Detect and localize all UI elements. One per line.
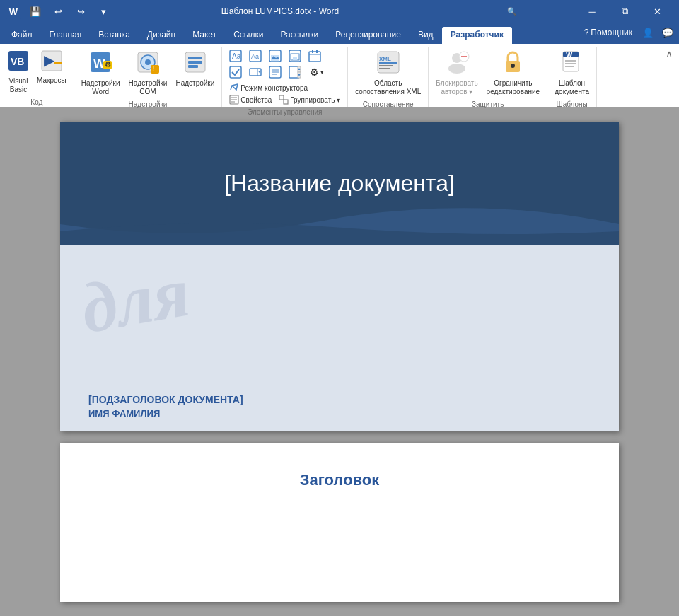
- addins-generic-label: Надстройки: [175, 79, 214, 88]
- tab-insert[interactable]: Вставка: [90, 27, 139, 44]
- restrict-edit-button[interactable]: Ограничитьредактирование: [484, 48, 543, 98]
- title-bar-title: Шаблон LUMPICS.dotx - Word: [112, 6, 448, 16]
- control-combo-button[interactable]: [246, 64, 265, 80]
- svg-rect-4: [54, 62, 62, 64]
- search-button[interactable]: 🔍: [448, 0, 576, 23]
- svg-rect-54: [379, 65, 393, 66]
- tab-design[interactable]: Дизайн: [139, 27, 184, 44]
- content-body: Заголовок: [60, 443, 619, 518]
- svg-rect-27: [293, 57, 297, 60]
- restrict-edit-icon: [500, 50, 526, 78]
- addins-group-label: Надстройки: [79, 99, 218, 110]
- content-heading[interactable]: Заголовок: [103, 471, 576, 489]
- document-area: [Название документа] для [ПОДЗАГОЛОВОК Д…: [0, 107, 679, 616]
- ribbon-group-mapping: XML Областьсопоставления XML Сопоставлен…: [348, 47, 429, 107]
- ribbon-collapse-button[interactable]: ∧: [662, 47, 676, 61]
- doc-title[interactable]: [Название документа]: [196, 170, 483, 197]
- save-qat-button[interactable]: 💾: [27, 3, 44, 20]
- svg-point-11: [145, 59, 151, 65]
- tab-mailings[interactable]: Рассылки: [272, 27, 327, 44]
- svg-rect-65: [565, 60, 576, 62]
- cover-header: [Название документа]: [60, 122, 619, 245]
- control-more-button[interactable]: ⚙▾: [306, 65, 328, 79]
- xml-mapping-icon: XML: [376, 50, 401, 78]
- control-text-button[interactable]: Aa: [226, 48, 245, 64]
- restrict-edit-label: Ограничитьредактирование: [487, 79, 540, 96]
- ribbon-group-code: VB VisualBasic ▶ Макросы Код: [0, 47, 74, 107]
- addins-word-icon: W ⚙: [88, 50, 113, 78]
- svg-rect-50: [284, 100, 288, 104]
- ribbon-content: VB VisualBasic ▶ Макросы Код W: [0, 44, 679, 107]
- xml-mapping-button[interactable]: XML Областьсопоставления XML: [352, 48, 424, 98]
- svg-rect-30: [312, 50, 313, 53]
- help-button[interactable]: ? Помощник: [580, 26, 637, 39]
- control-image-button[interactable]: [266, 48, 284, 64]
- addins-word-label: НадстройкиWord: [81, 79, 120, 96]
- xml-mapping-label: Областьсопоставления XML: [355, 79, 421, 96]
- group-button[interactable]: Группировать ▾: [276, 94, 343, 105]
- control-date-button[interactable]: [306, 48, 324, 64]
- redo-qat-button[interactable]: ↪: [72, 3, 89, 20]
- doc-template-icon: W: [559, 50, 585, 78]
- ribbon-group-controls: Aa Aa: [222, 47, 348, 107]
- svg-rect-55: [379, 68, 390, 69]
- macros-button[interactable]: ▶ Макросы: [34, 48, 69, 86]
- props-button[interactable]: Свойства: [226, 94, 274, 105]
- tab-references[interactable]: Ссылки: [225, 27, 272, 44]
- doc-template-label: Шаблондокумента: [555, 79, 589, 96]
- account-button[interactable]: 👤: [639, 24, 656, 41]
- block-authors-button[interactable]: Блокироватьавторов ▾: [433, 48, 480, 98]
- cover-body: для [ПОДЗАГОЛОВОК ДОКУМЕНТА] ИМЯ ФАМИЛИЯ…: [60, 245, 619, 431]
- macros-icon: ▶: [40, 50, 63, 75]
- ribbon-group-templates: W Шаблондокумента Шаблоны: [547, 47, 597, 107]
- svg-text:!: !: [152, 65, 154, 73]
- tab-view[interactable]: Вид: [410, 27, 442, 44]
- addins-generic-icon: [182, 50, 208, 78]
- tab-developer[interactable]: Разработчик: [442, 27, 512, 44]
- design-mode-button[interactable]: Режим конструктора: [226, 82, 311, 93]
- help-label: Помощник: [591, 28, 632, 37]
- svg-text:⚙: ⚙: [105, 61, 111, 69]
- tab-file[interactable]: Файл: [3, 27, 41, 44]
- restore-button[interactable]: ⧉: [608, 0, 641, 23]
- addins-generic-button[interactable]: Надстройки: [173, 48, 217, 89]
- protect-group-label: Защитить: [433, 99, 542, 110]
- undo-qat-button[interactable]: ↩: [50, 3, 66, 20]
- control-building-button[interactable]: [286, 48, 304, 64]
- control-check-button[interactable]: [226, 64, 245, 80]
- comments-button[interactable]: 💬: [659, 24, 676, 41]
- svg-rect-32: [230, 66, 241, 78]
- svg-text:XML: XML: [379, 56, 391, 62]
- addins-com-icon: !: [135, 50, 161, 78]
- close-button[interactable]: ✕: [641, 0, 673, 23]
- svg-text:VB: VB: [11, 56, 24, 67]
- doc-template-button[interactable]: W Шаблондокумента: [552, 48, 592, 98]
- ribbon-group-protect: Блокироватьавторов ▾ Ограничитьредактиро…: [429, 47, 547, 107]
- svg-text:▶: ▶: [44, 52, 55, 68]
- visual-basic-label: VisualBasic: [8, 77, 28, 94]
- tab-layout[interactable]: Макет: [184, 27, 225, 44]
- macros-label: Макросы: [37, 76, 66, 85]
- addins-com-button[interactable]: ! НадстройкиCOM: [126, 48, 170, 98]
- minimize-button[interactable]: ─: [576, 0, 608, 23]
- customize-qat-button[interactable]: ▾: [95, 3, 112, 20]
- visual-basic-button[interactable]: VB VisualBasic: [4, 48, 33, 95]
- svg-rect-28: [309, 52, 320, 62]
- title-bar: W 💾 ↩ ↪ ▾ Шаблон LUMPICS.dotx - Word 🔍 ─…: [0, 0, 679, 23]
- svg-rect-16: [188, 61, 202, 64]
- control-spin-button[interactable]: [286, 64, 304, 80]
- svg-point-61: [511, 64, 515, 68]
- block-authors-label: Блокироватьавторов ▾: [436, 79, 477, 96]
- cover-author[interactable]: ИМЯ ФАМИЛИЯ: [88, 408, 591, 419]
- tab-review[interactable]: Рецензирование: [327, 27, 410, 44]
- addins-word-button[interactable]: W ⚙ НадстройкиWord: [79, 48, 123, 98]
- control-list-button[interactable]: [266, 64, 284, 80]
- svg-rect-17: [188, 65, 198, 68]
- control-text2-button[interactable]: Aa: [246, 48, 265, 64]
- svg-text:W: W: [566, 51, 573, 59]
- tab-home[interactable]: Главная: [41, 27, 91, 44]
- cover-subtitle[interactable]: [ПОДЗАГОЛОВОК ДОКУМЕНТА]: [88, 394, 591, 405]
- svg-marker-35: [258, 71, 260, 73]
- mapping-group-label: Сопоставление: [352, 99, 424, 110]
- content-page: Заголовок: [60, 443, 619, 602]
